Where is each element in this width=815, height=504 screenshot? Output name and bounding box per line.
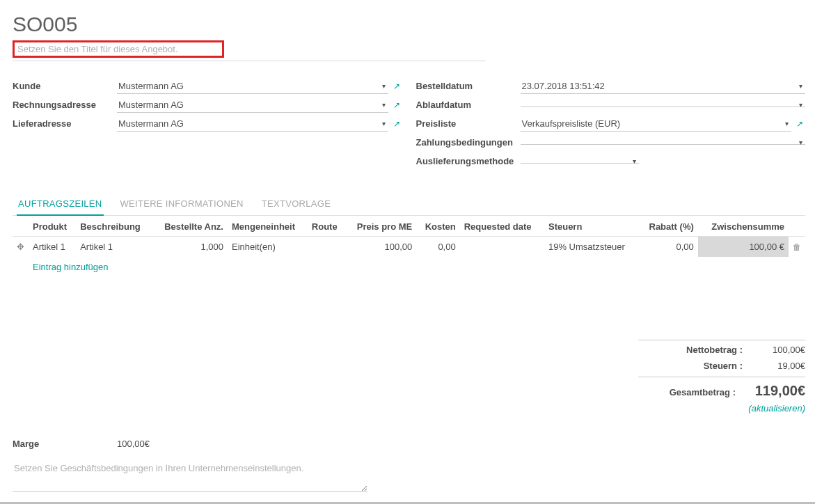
order-date-label: Bestelldatum (416, 81, 521, 91)
cell-uom[interactable]: Einheit(en) (228, 237, 308, 258)
col-cost[interactable]: Kosten (416, 216, 459, 237)
cell-route[interactable] (308, 237, 345, 258)
order-lines-table: Produkt Beschreibung Bestellte Anz. Meng… (13, 216, 805, 277)
delivery-address-label: Lieferadresse (13, 118, 117, 129)
col-product[interactable]: Produkt (29, 216, 76, 237)
trash-icon[interactable]: 🗑 (789, 237, 805, 258)
form-grid: Kunde Mustermann AG ↗ Rechnungsadresse M… (13, 77, 805, 171)
cell-cost[interactable]: 0,00 (416, 237, 459, 258)
shipping-method-select[interactable] (521, 159, 639, 164)
col-price[interactable]: Preis pro ME (345, 216, 416, 237)
update-totals-link[interactable]: (aktualisieren) (638, 403, 805, 414)
cell-description[interactable]: Artikel 1 (76, 237, 152, 258)
cell-taxes[interactable]: 19% Umsatzsteuer (544, 237, 639, 258)
col-discount[interactable]: Rabatt (%) (639, 216, 698, 237)
expiry-date-select[interactable] (521, 102, 806, 107)
title-input-highlight (13, 40, 224, 58)
form-right-column: Bestelldatum 23.07.2018 13:51:42 Ablaufd… (416, 77, 806, 171)
cell-reqdate[interactable] (460, 237, 544, 258)
pricelist-label: Preisliste (416, 118, 521, 129)
tab-text-template[interactable]: TEXTVORLAGE (260, 193, 332, 215)
expiry-date-label: Ablaufdatum (416, 100, 521, 110)
payment-terms-label: Zahlungsbedingungen (416, 137, 521, 148)
col-uom[interactable]: Mengeneinheit (228, 216, 308, 237)
tab-more-info[interactable]: WEITERE INFORMATIONEN (119, 193, 245, 215)
tabs: AUFTRAGSZEILEN WEITERE INFORMATIONEN TEX… (13, 193, 805, 216)
cell-product[interactable]: Artikel 1 (29, 237, 76, 258)
customer-select[interactable]: Mustermann AG (117, 79, 388, 94)
shipping-method-label: Auslieferungsmethode (416, 156, 521, 166)
margin-row: Marge 100,00€ (13, 439, 805, 449)
drag-handle-icon[interactable]: ✥ (13, 237, 29, 258)
form-left-column: Kunde Mustermann AG ↗ Rechnungsadresse M… (13, 77, 402, 171)
tax-amount-label: Steuern : (638, 361, 750, 371)
delivery-address-select[interactable]: Mustermann AG (117, 116, 388, 132)
margin-label: Marge (13, 439, 117, 449)
terms-textarea[interactable] (13, 462, 367, 492)
col-description[interactable]: Beschreibung (76, 216, 152, 237)
grand-total-value: 119,00€ (743, 383, 805, 399)
pricelist-select[interactable]: Verkaufspreisliste (EUR) (521, 116, 792, 132)
cell-subtotal: 100,00 € (698, 237, 789, 258)
external-link-icon[interactable]: ↗ (391, 100, 402, 110)
external-link-icon[interactable]: ↗ (391, 81, 402, 91)
col-taxes[interactable]: Steuern (544, 216, 639, 237)
quote-title-input[interactable] (17, 44, 219, 54)
tax-amount-value: 19,00€ (750, 361, 805, 371)
customer-label: Kunde (13, 81, 117, 91)
cell-qty[interactable]: 1,000 (152, 237, 228, 258)
invoice-address-select[interactable]: Mustermann AG (117, 97, 388, 113)
add-line-link[interactable]: Eintrag hinzufügen (29, 257, 805, 277)
tab-order-lines[interactable]: AUFTRAGSZEILEN (17, 193, 104, 216)
payment-terms-select[interactable] (521, 140, 806, 145)
external-link-icon[interactable]: ↗ (391, 119, 402, 129)
external-link-icon[interactable]: ↗ (794, 119, 805, 129)
col-subtotal[interactable]: Zwischensumme (698, 216, 789, 237)
col-reqdate[interactable]: Requested date (460, 216, 544, 237)
totals-block: Nettobetrag : 100,00€ Steuern : 19,00€ G… (638, 340, 805, 414)
header-divider (13, 61, 486, 61)
table-row[interactable]: ✥ Artikel 1 Artikel 1 1,000 Einheit(en) … (13, 237, 805, 258)
col-qty[interactable]: Bestellte Anz. (152, 216, 228, 237)
col-route[interactable]: Route (308, 216, 345, 237)
cell-price[interactable]: 100,00 (345, 237, 416, 258)
invoice-address-label: Rechnungsadresse (13, 100, 117, 110)
margin-value: 100,00€ (117, 439, 150, 449)
table-header-row: Produkt Beschreibung Bestellte Anz. Meng… (13, 216, 805, 237)
cell-discount[interactable]: 0,00 (639, 237, 698, 258)
order-date-select[interactable]: 23.07.2018 13:51:42 (521, 79, 806, 94)
net-amount-label: Nettobetrag : (638, 345, 750, 355)
grand-total-label: Gesamtbetrag : (638, 387, 743, 397)
net-amount-value: 100,00€ (750, 345, 805, 355)
page-title: SO005 (13, 13, 805, 36)
